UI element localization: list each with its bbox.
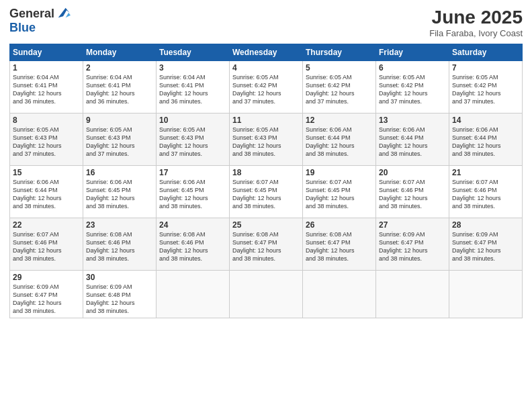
table-row xyxy=(157,271,230,318)
day-info: Sunrise: 6:06 AMSunset: 6:45 PMDaylight:… xyxy=(159,178,226,211)
table-row: 17Sunrise: 6:06 AMSunset: 6:45 PMDayligh… xyxy=(157,166,230,218)
table-row: 9Sunrise: 6:05 AMSunset: 6:43 PMDaylight… xyxy=(83,113,157,166)
col-friday: Friday xyxy=(376,44,449,61)
page: General Blue June 2025 Fila Faraba, Ivor… xyxy=(0,0,532,411)
day-info: Sunrise: 6:04 AMSunset: 6:41 PMDaylight:… xyxy=(13,73,80,106)
day-info: Sunrise: 6:05 AMSunset: 6:43 PMDaylight:… xyxy=(159,126,226,158)
table-row xyxy=(449,271,523,318)
day-info: Sunrise: 6:09 AMSunset: 6:47 PMDaylight:… xyxy=(379,230,446,263)
logo: General Blue xyxy=(9,7,71,35)
logo-general: General xyxy=(9,7,54,21)
table-row xyxy=(303,271,376,318)
day-number: 17 xyxy=(159,168,226,177)
main-title: June 2025 xyxy=(429,7,523,28)
day-number: 27 xyxy=(379,220,446,230)
day-info: Sunrise: 6:09 AMSunset: 6:47 PMDaylight:… xyxy=(13,283,80,316)
title-block: June 2025 Fila Faraba, Ivory Coast xyxy=(429,7,523,38)
day-info: Sunrise: 6:07 AMSunset: 6:45 PMDaylight:… xyxy=(306,178,373,211)
day-info: Sunrise: 6:05 AMSunset: 6:42 PMDaylight:… xyxy=(452,73,519,106)
col-sunday: Sunday xyxy=(10,44,83,61)
table-row: 2Sunrise: 6:04 AMSunset: 6:41 PMDaylight… xyxy=(83,61,157,113)
table-row: 6Sunrise: 6:05 AMSunset: 6:42 PMDaylight… xyxy=(376,61,449,113)
logo-text-block: General Blue xyxy=(9,7,71,35)
col-monday: Monday xyxy=(83,44,157,61)
table-row: 19Sunrise: 6:07 AMSunset: 6:45 PMDayligh… xyxy=(303,166,376,218)
table-row: 10Sunrise: 6:05 AMSunset: 6:43 PMDayligh… xyxy=(157,113,230,166)
header: General Blue June 2025 Fila Faraba, Ivor… xyxy=(9,7,523,38)
day-number: 3 xyxy=(159,63,226,73)
day-number: 28 xyxy=(452,220,519,230)
day-number: 8 xyxy=(13,116,80,125)
day-info: Sunrise: 6:05 AMSunset: 6:43 PMDaylight:… xyxy=(13,126,80,158)
table-row xyxy=(230,271,303,318)
table-row: 22Sunrise: 6:07 AMSunset: 6:46 PMDayligh… xyxy=(10,218,83,271)
col-saturday: Saturday xyxy=(449,44,523,61)
day-info: Sunrise: 6:06 AMSunset: 6:44 PMDaylight:… xyxy=(306,126,373,158)
day-info: Sunrise: 6:05 AMSunset: 6:42 PMDaylight:… xyxy=(379,73,446,106)
table-row: 15Sunrise: 6:06 AMSunset: 6:44 PMDayligh… xyxy=(10,166,83,218)
day-number: 22 xyxy=(13,220,80,230)
table-row: 12Sunrise: 6:06 AMSunset: 6:44 PMDayligh… xyxy=(303,113,376,166)
logo-blue: Blue xyxy=(9,21,36,34)
day-number: 29 xyxy=(13,273,80,282)
table-row: 7Sunrise: 6:05 AMSunset: 6:42 PMDaylight… xyxy=(449,61,523,113)
day-number: 16 xyxy=(86,168,153,177)
calendar-header-row: Sunday Monday Tuesday Wednesday Thursday… xyxy=(10,44,523,61)
day-info: Sunrise: 6:09 AMSunset: 6:48 PMDaylight:… xyxy=(86,283,153,316)
day-info: Sunrise: 6:05 AMSunset: 6:43 PMDaylight:… xyxy=(86,126,153,158)
day-number: 18 xyxy=(232,168,300,177)
col-tuesday: Tuesday xyxy=(157,44,230,61)
day-info: Sunrise: 6:06 AMSunset: 6:45 PMDaylight:… xyxy=(86,178,153,211)
table-row: 21Sunrise: 6:07 AMSunset: 6:46 PMDayligh… xyxy=(449,166,523,218)
day-number: 13 xyxy=(379,116,446,125)
subtitle: Fila Faraba, Ivory Coast xyxy=(429,28,523,38)
calendar-table: Sunday Monday Tuesday Wednesday Thursday… xyxy=(9,44,523,318)
table-row: 13Sunrise: 6:06 AMSunset: 6:44 PMDayligh… xyxy=(376,113,449,166)
table-row: 25Sunrise: 6:08 AMSunset: 6:47 PMDayligh… xyxy=(230,218,303,271)
day-number: 10 xyxy=(159,116,226,125)
table-row xyxy=(376,271,449,318)
day-number: 6 xyxy=(379,63,446,73)
day-number: 14 xyxy=(452,116,519,125)
table-row: 3Sunrise: 6:04 AMSunset: 6:41 PMDaylight… xyxy=(157,61,230,113)
day-info: Sunrise: 6:04 AMSunset: 6:41 PMDaylight:… xyxy=(159,73,226,106)
day-number: 20 xyxy=(379,168,446,177)
day-number: 12 xyxy=(306,116,373,125)
day-number: 1 xyxy=(13,63,80,73)
table-row: 24Sunrise: 6:08 AMSunset: 6:46 PMDayligh… xyxy=(157,218,230,271)
col-thursday: Thursday xyxy=(303,44,376,61)
day-info: Sunrise: 6:05 AMSunset: 6:42 PMDaylight:… xyxy=(232,73,300,106)
table-row: 20Sunrise: 6:07 AMSunset: 6:46 PMDayligh… xyxy=(376,166,449,218)
day-number: 5 xyxy=(306,63,373,73)
day-info: Sunrise: 6:08 AMSunset: 6:46 PMDaylight:… xyxy=(86,230,153,263)
table-row: 1Sunrise: 6:04 AMSunset: 6:41 PMDaylight… xyxy=(10,61,83,113)
table-row: 16Sunrise: 6:06 AMSunset: 6:45 PMDayligh… xyxy=(83,166,157,218)
col-wednesday: Wednesday xyxy=(230,44,303,61)
table-row: 29Sunrise: 6:09 AMSunset: 6:47 PMDayligh… xyxy=(10,271,83,318)
day-number: 2 xyxy=(86,63,153,73)
day-info: Sunrise: 6:07 AMSunset: 6:46 PMDaylight:… xyxy=(13,230,80,263)
day-info: Sunrise: 6:06 AMSunset: 6:44 PMDaylight:… xyxy=(379,126,446,158)
svg-marker-1 xyxy=(66,13,71,17)
day-number: 21 xyxy=(452,168,519,177)
day-number: 25 xyxy=(232,220,300,230)
day-info: Sunrise: 6:04 AMSunset: 6:41 PMDaylight:… xyxy=(86,73,153,106)
day-info: Sunrise: 6:06 AMSunset: 6:44 PMDaylight:… xyxy=(452,126,519,158)
day-number: 26 xyxy=(306,220,373,230)
day-number: 11 xyxy=(232,116,300,125)
table-row: 26Sunrise: 6:08 AMSunset: 6:47 PMDayligh… xyxy=(303,218,376,271)
table-row: 18Sunrise: 6:07 AMSunset: 6:45 PMDayligh… xyxy=(230,166,303,218)
table-row: 14Sunrise: 6:06 AMSunset: 6:44 PMDayligh… xyxy=(449,113,523,166)
day-info: Sunrise: 6:05 AMSunset: 6:43 PMDaylight:… xyxy=(232,126,300,158)
day-info: Sunrise: 6:07 AMSunset: 6:46 PMDaylight:… xyxy=(379,178,446,211)
logo-icon xyxy=(56,5,71,20)
day-info: Sunrise: 6:09 AMSunset: 6:47 PMDaylight:… xyxy=(452,230,519,263)
day-number: 19 xyxy=(306,168,373,177)
day-info: Sunrise: 6:06 AMSunset: 6:44 PMDaylight:… xyxy=(13,178,80,211)
table-row: 8Sunrise: 6:05 AMSunset: 6:43 PMDaylight… xyxy=(10,113,83,166)
day-info: Sunrise: 6:08 AMSunset: 6:47 PMDaylight:… xyxy=(306,230,373,263)
day-info: Sunrise: 6:07 AMSunset: 6:45 PMDaylight:… xyxy=(232,178,300,211)
day-number: 15 xyxy=(13,168,80,177)
table-row: 11Sunrise: 6:05 AMSunset: 6:43 PMDayligh… xyxy=(230,113,303,166)
table-row: 5Sunrise: 6:05 AMSunset: 6:42 PMDaylight… xyxy=(303,61,376,113)
